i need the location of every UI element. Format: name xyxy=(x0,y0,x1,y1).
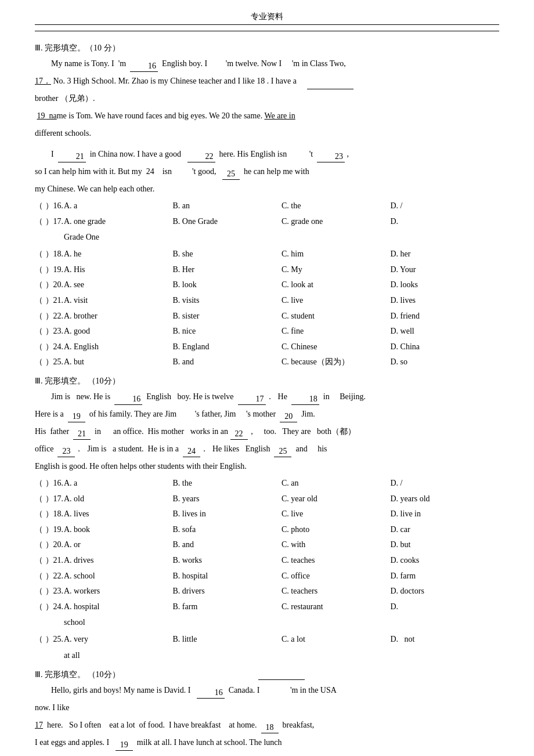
section3-line1: Hello, girls and boys! My name is David.… xyxy=(35,682,499,699)
s2-blank17: 17 xyxy=(238,395,266,405)
section2-line2: Here is a 19 of his family. They are Jim… xyxy=(35,406,499,422)
choice-row-25: （ ）25. A. but B. and C. because（因为） D. s… xyxy=(35,355,499,370)
section1-line6: I 21 in China now. I have a good 22 here… xyxy=(35,146,499,162)
s2-choice-row-20: （ ）20. A. or B. and C. with D. but xyxy=(35,537,499,553)
s2-blank22: 22 xyxy=(230,429,248,440)
section1-choices: （ ）16. A. a B. an C. the D. / （ ）17. A. … xyxy=(35,198,499,370)
blank-16: 16 xyxy=(130,62,158,72)
s2-blank20: 20 xyxy=(280,412,297,422)
section3-line4: I eat eggs and apples. I 19 milk at all.… xyxy=(35,735,499,751)
section1-passage: My name is Tony. I 'm 16 English boy. I … xyxy=(35,56,499,72)
section3: Ⅲ. 完形填空。 （10分） Hello, girls and boys! My… xyxy=(35,670,499,756)
section1-line8: my Chinese. We can help each other. xyxy=(35,181,499,197)
s2-blank25: 25 xyxy=(274,447,291,457)
choice-row-22: （ ）22. A. brother B. sister C. student D… xyxy=(35,309,499,324)
s3-title-blank xyxy=(258,679,305,680)
choice-row-18: （ ）18. A. he B. she C. him D. her xyxy=(35,247,499,262)
blank-18-long xyxy=(307,89,353,89)
section2-line5: English is good. He often helps other st… xyxy=(35,458,499,475)
s2-choice-row-21: （ ）21. A. drives B. works C. teaches D. … xyxy=(35,553,499,569)
s2-choice-row-24-cont: school xyxy=(35,614,499,631)
section3-line2: now. I like xyxy=(35,700,499,716)
section1-line5: different schools. xyxy=(35,125,499,142)
s2-blank18: 18 xyxy=(291,395,319,405)
section1-line4: 19 name is Tom. We have round faces and … xyxy=(35,108,499,124)
blank-23: 23 xyxy=(317,152,345,162)
blank-22: 22 xyxy=(187,152,215,162)
s2-blank19: 19 xyxy=(68,412,85,422)
s2-blank24: 24 xyxy=(183,447,200,457)
section1-title: Ⅲ. 完形填空。（10 分） xyxy=(35,43,499,53)
section1-line2: 17． No. 3 High School. Mr. Zhao is my Ch… xyxy=(35,73,499,89)
choice-row-23: （ ）23. A. good B. nice C. fine D. well xyxy=(35,324,499,339)
s2-blank21: 21 xyxy=(73,429,91,440)
section2-title: Ⅲ. 完形填空。 （10分） xyxy=(35,376,499,386)
choice-row-17-cont: Grade One xyxy=(35,229,499,245)
s2-choice-row-25: （ ）25. A. very B. little C. a lot D. not xyxy=(35,632,499,648)
section2-choices: （ ）16. A. a B. the C. an D. / （ ）17. A. … xyxy=(35,476,499,664)
choice-row-19: （ ）19. A. His B. Her C. My D. Your xyxy=(35,262,499,278)
page: 专业资料 Ⅲ. 完形填空。（10 分） My name is Tony. I '… xyxy=(0,0,534,756)
s2-choice-row-24: （ ）24. A. hospital B. farm C. restaurant… xyxy=(35,599,499,615)
header-title: 专业资料 xyxy=(251,12,283,21)
section1: Ⅲ. 完形填空。（10 分） My name is Tony. I 'm 16 … xyxy=(35,43,499,370)
section2-line1: Jim is new. He is 16 English boy. He is … xyxy=(35,389,499,405)
s3-blank18: 18 xyxy=(261,723,279,733)
s2-choice-row-19: （ ）19. A. book B. sofa C. photo D. car xyxy=(35,522,499,538)
s3-blank19: 19 xyxy=(116,740,133,751)
section2: Ⅲ. 完形填空。 （10分） Jim is new. He is 16 Engl… xyxy=(35,376,499,664)
section3-line3: 17 here. So I often eat a lot of food. I… xyxy=(35,717,499,733)
s3-blank16: 16 xyxy=(197,688,225,699)
section3-title: Ⅲ. 完形填空。 （10分） xyxy=(35,670,499,680)
s2-blank16: 16 xyxy=(114,395,142,405)
choice-row-24: （ ）24. A. English B. England C. Chinese … xyxy=(35,339,499,355)
s2-choice-row-23: （ ）23. A. workers B. drivers C. teachers… xyxy=(35,584,499,599)
blank-21: 21 xyxy=(58,152,86,162)
s2-choice-row-25-cont: at all xyxy=(35,648,499,664)
choice-row-21: （ ）21. A. visit B. visits C. live D. liv… xyxy=(35,293,499,309)
choice-row-17: （ ）17. A. one grade B. One Grade C. grad… xyxy=(35,214,499,230)
s2-choice-row-22: （ ）22. A. school B. hospital C. office D… xyxy=(35,569,499,584)
section2-line4: office 23． Jim is a student. He is in a … xyxy=(35,441,499,457)
section1-line3: brother （兄弟）. xyxy=(35,91,499,107)
section3-line5: 20 is good. I can have 21 foods for lunc… xyxy=(35,752,499,756)
s2-blank23: 23 xyxy=(57,447,75,457)
section2-line3: His father 21 in an office. His mother w… xyxy=(35,424,499,440)
blank-25: 25 xyxy=(222,169,240,180)
choice-row-20: （ ）20. A. see B. look C. look at D. look… xyxy=(35,277,499,293)
s2-choice-row-18: （ ）18. A. lives B. lives in C. live D. l… xyxy=(35,507,499,522)
section1-line7: so I can help him with it. But my 24 isn… xyxy=(35,164,499,180)
page-header: 专业资料 xyxy=(35,12,499,25)
s2-choice-row-17: （ ）17. A. old B. years C. year old D. ye… xyxy=(35,491,499,507)
s2-choice-row-16: （ ）16. A. a B. the C. an D. / xyxy=(35,476,499,491)
choice-row-16: （ ）16. A. a B. an C. the D. / xyxy=(35,198,499,214)
